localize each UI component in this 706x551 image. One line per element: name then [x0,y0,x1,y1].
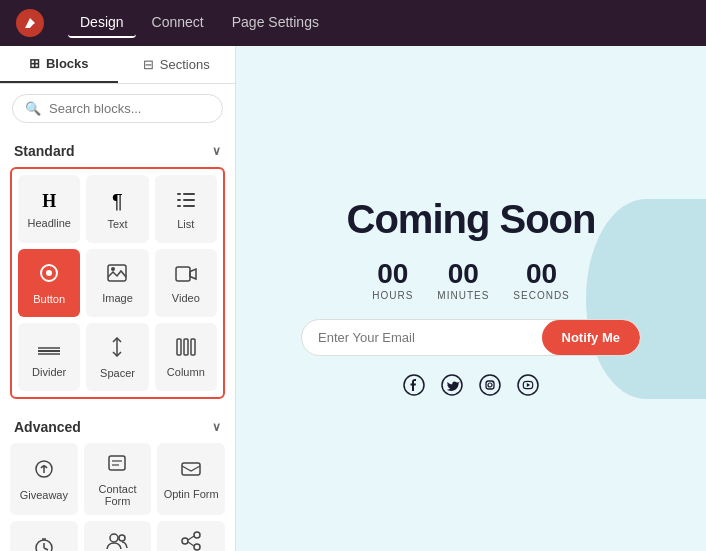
email-input[interactable] [302,320,542,355]
search-icon: 🔍 [25,101,41,116]
svg-point-38 [488,383,492,387]
social-icons-row [403,374,539,401]
countdown-hours: 00 HOURS [372,260,413,301]
button-icon [39,263,59,288]
svg-point-31 [194,544,200,550]
svg-rect-3 [177,193,181,195]
column-label: Column [167,366,205,378]
advanced-section-header[interactable]: Advanced ∨ [10,409,225,443]
svg-rect-0 [183,193,195,195]
svg-line-32 [188,536,194,540]
search-input[interactable] [49,101,210,116]
block-list[interactable]: List [155,175,217,243]
svg-rect-19 [109,456,125,470]
video-icon [175,264,197,287]
svg-point-9 [111,267,115,271]
block-social-profiles[interactable]: Social Profiles [84,521,152,551]
headline-label: Headline [27,217,70,229]
minutes-number: 00 [448,260,479,288]
svg-point-36 [480,375,500,395]
text-label: Text [107,218,127,230]
block-video[interactable]: Video [155,249,217,317]
column-icon [176,338,196,361]
spacer-label: Spacer [100,367,135,379]
spacer-icon [109,337,125,362]
block-social-sharing[interactable]: Social Sharing [157,521,225,551]
divider-icon [38,338,60,361]
standard-section: Standard ∨ H Headline ¶ Text [0,133,235,409]
svg-rect-2 [183,205,195,207]
image-icon [107,264,127,287]
block-countdown[interactable]: Countdown [10,521,78,551]
youtube-icon[interactable] [517,374,539,401]
logo-icon [16,9,44,37]
svg-rect-10 [176,267,190,281]
block-giveaway[interactable]: Giveaway [10,443,78,515]
svg-rect-5 [177,205,181,207]
block-optin-form[interactable]: Optin Form [157,443,225,515]
divider-label: Divider [32,366,66,378]
standard-chevron-icon: ∨ [212,144,221,158]
block-column[interactable]: Column [155,323,217,391]
image-label: Image [102,292,133,304]
svg-rect-4 [177,199,181,201]
nav-tab-page-settings[interactable]: Page Settings [220,8,331,38]
block-divider[interactable]: Divider [18,323,80,391]
button-label: Button [33,293,65,305]
block-spacer[interactable]: Spacer [86,323,148,391]
instagram-icon[interactable] [479,374,501,401]
sections-tab-icon: ⊟ [143,57,154,72]
twitter-icon[interactable] [441,374,463,401]
svg-rect-22 [182,463,200,475]
countdown-icon [34,537,54,551]
optin-form-icon [181,460,201,483]
facebook-icon[interactable] [403,374,425,401]
block-contact-form[interactable]: Contact Form [84,443,152,515]
svg-rect-15 [177,339,181,355]
svg-point-30 [182,538,188,544]
social-profiles-icon [106,532,128,551]
hours-number: 00 [377,260,408,288]
nav-tabs: Design Connect Page Settings [68,8,331,38]
seconds-label: SECONDS [513,290,569,301]
search-area: 🔍 [0,84,235,133]
countdown-row: 00 HOURS 00 MINUTES 00 SECONDS [372,260,570,301]
block-headline[interactable]: H Headline [18,175,80,243]
svg-rect-16 [184,339,188,355]
block-image[interactable]: Image [86,249,148,317]
svg-point-39 [492,381,493,382]
email-subscribe-row: Notify Me [301,319,641,356]
countdown-seconds: 00 SECONDS [513,260,569,301]
tab-sections[interactable]: ⊟ Sections [118,46,236,83]
sidebar: ⊞ Blocks ⊟ Sections 🔍 Standard ∨ [0,46,236,551]
sidebar-tabs: ⊞ Blocks ⊟ Sections [0,46,235,84]
social-sharing-icon [181,531,201,551]
search-input-wrap: 🔍 [12,94,223,123]
giveaway-icon [34,459,54,484]
svg-line-33 [188,542,194,546]
advanced-block-grid: Giveaway Contact Form [10,443,225,551]
canvas-area: Coming Soon 00 HOURS 00 MINUTES 00 SECON… [236,46,706,551]
seconds-number: 00 [526,260,557,288]
svg-point-27 [110,534,118,542]
block-button[interactable]: Button [18,249,80,317]
contact-form-label: Contact Form [88,483,148,507]
tab-blocks[interactable]: ⊞ Blocks [0,46,118,83]
preview-content: Coming Soon 00 HOURS 00 MINUTES 00 SECON… [261,157,681,441]
svg-point-28 [119,535,125,541]
top-navigation: Design Connect Page Settings [0,0,706,46]
block-text[interactable]: ¶ Text [86,175,148,243]
svg-point-29 [194,532,200,538]
coming-soon-title: Coming Soon [347,197,596,242]
headline-icon: H [42,191,56,212]
main-area: ⊞ Blocks ⊟ Sections 🔍 Standard ∨ [0,46,706,551]
text-icon: ¶ [112,190,123,213]
advanced-chevron-icon: ∨ [212,420,221,434]
standard-section-header[interactable]: Standard ∨ [10,133,225,167]
nav-tab-design[interactable]: Design [68,8,136,38]
svg-rect-1 [183,199,195,201]
svg-line-25 [44,548,48,550]
nav-tab-connect[interactable]: Connect [140,8,216,38]
standard-block-grid: H Headline ¶ Text [18,175,217,391]
notify-button[interactable]: Notify Me [542,320,641,355]
